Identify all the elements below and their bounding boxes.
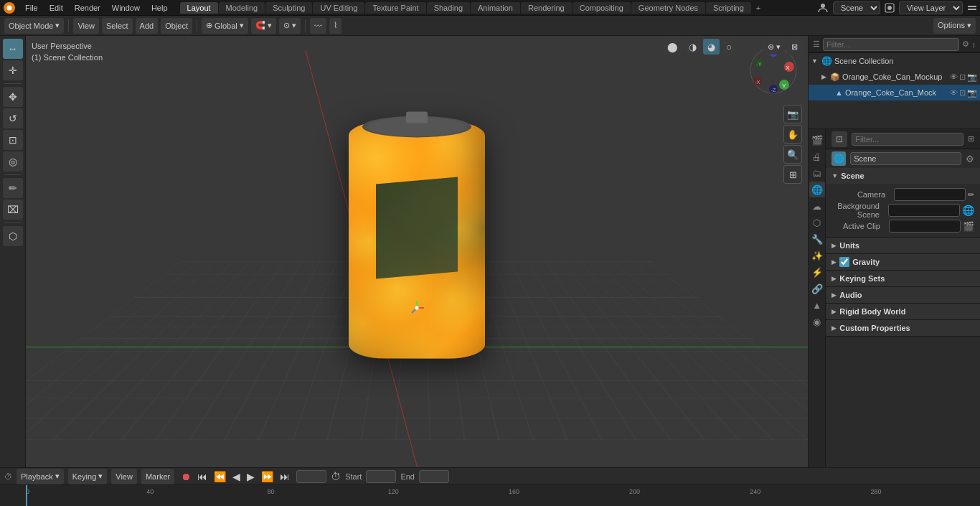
transform-tool[interactable]: ◎: [3, 151, 23, 172]
jump-end-button[interactable]: ⏭: [278, 471, 292, 482]
current-frame-input[interactable]: 1: [296, 470, 326, 483]
select-tool[interactable]: ↔: [3, 39, 23, 59]
outliner-mesh-item[interactable]: ▲ Orange_Coke_Can_Mock 👁 ⊡ 📷: [809, 85, 980, 100]
material-props-button[interactable]: ◉: [809, 314, 825, 329]
options-button[interactable]: Options ▾: [933, 18, 976, 34]
view-menu[interactable]: View: [73, 18, 99, 34]
measure-tool[interactable]: ⌧: [3, 200, 23, 220]
scene-options-button[interactable]: ⚙: [966, 154, 974, 164]
outliner-hide-button[interactable]: 👁: [950, 72, 958, 82]
outliner-select-button[interactable]: ⊡: [959, 72, 966, 82]
props-expand-all[interactable]: ⊞: [968, 134, 974, 144]
custom-properties-section-header[interactable]: ▶ Custom Properties: [826, 320, 980, 336]
menu-render[interactable]: Render: [70, 2, 105, 14]
output-props-button[interactable]: 🖨: [809, 149, 825, 164]
scene-selector[interactable]: Scene: [833, 1, 880, 14]
camera-field[interactable]: [894, 188, 966, 201]
scene-section-header[interactable]: ▼ Scene: [826, 168, 980, 184]
snap-button[interactable]: 🧲 ▾: [251, 18, 276, 34]
timeline-view-menu[interactable]: View: [111, 469, 137, 484]
audio-section-header[interactable]: ▶ Audio: [826, 287, 980, 303]
physics-props-button[interactable]: ⚡: [809, 264, 825, 280]
tab-scripting[interactable]: Scripting: [706, 2, 751, 14]
tab-animation[interactable]: Animation: [471, 2, 520, 14]
mesh-select-button[interactable]: ⊡: [959, 88, 966, 98]
add-cube-tool[interactable]: ⬡: [3, 226, 23, 246]
toggle-quad-view[interactable]: ⊞: [783, 165, 802, 184]
units-section-header[interactable]: ▶ Units: [826, 238, 980, 253]
start-frame-input[interactable]: 1: [366, 470, 396, 483]
tab-compositing[interactable]: Compositing: [573, 2, 631, 14]
outliner-sort-button[interactable]: ↕: [972, 40, 976, 49]
keying-sets-section-header[interactable]: ▶ Keying Sets: [826, 271, 980, 286]
tab-rendering[interactable]: Rendering: [521, 2, 572, 14]
jump-start-button[interactable]: ⏮: [195, 471, 209, 482]
outliner-scene-collection[interactable]: ▼ 🌐 Scene Collection: [809, 53, 980, 69]
menu-file[interactable]: File: [20, 2, 43, 14]
play-button[interactable]: ▶: [245, 471, 257, 482]
props-header-icon[interactable]: ⊡: [831, 131, 847, 147]
modifier-props-button[interactable]: 🔧: [809, 231, 825, 247]
rigid-body-world-section-header[interactable]: ▶ Rigid Body World: [826, 304, 980, 319]
mesh-hide-button[interactable]: 👁: [950, 88, 958, 98]
outliner-filter-button[interactable]: ⚙: [962, 39, 969, 49]
camera-view-button[interactable]: 📷: [783, 105, 802, 123]
falloff-button[interactable]: ⌇: [329, 18, 341, 34]
outliner-search-input[interactable]: [823, 38, 959, 51]
xray-button[interactable]: ⊠: [787, 39, 802, 55]
camera-eyedropper-icon[interactable]: ✏: [968, 190, 974, 200]
properties-search-input[interactable]: [852, 133, 963, 146]
record-button[interactable]: ⏺: [179, 471, 193, 482]
outliner-render-button[interactable]: 📷: [967, 72, 977, 82]
keying-menu[interactable]: Keying ▾: [68, 469, 108, 484]
rotate-tool[interactable]: ↺: [3, 108, 23, 128]
background-scene-field[interactable]: [888, 204, 960, 217]
tab-modeling[interactable]: Modeling: [219, 2, 265, 14]
tab-texture-paint[interactable]: Texture Paint: [365, 2, 425, 14]
step-forward-button[interactable]: ⏩: [259, 471, 275, 482]
playback-menu[interactable]: Playback ▾: [17, 469, 64, 484]
select-menu[interactable]: Select: [102, 18, 133, 34]
proportional-edit-button[interactable]: ⊙ ▾: [279, 18, 301, 34]
timeline-ruler-area[interactable]: 0 40 80 120 160 200 240 280: [0, 485, 980, 506]
add-workspace-button[interactable]: +: [752, 2, 765, 14]
render-props-button[interactable]: 🎬: [809, 132, 825, 148]
solid-shading-button[interactable]: ⬤: [663, 39, 682, 55]
gravity-toggle[interactable]: [839, 257, 849, 267]
zoom-button[interactable]: 🔍: [783, 145, 802, 164]
tab-shading[interactable]: Shading: [427, 2, 470, 14]
object-props-button[interactable]: ⬡: [809, 215, 825, 230]
world-props-button[interactable]: ☁: [809, 198, 825, 214]
menu-window[interactable]: Window: [107, 2, 145, 14]
rendered-shading-button[interactable]: ◕: [703, 39, 720, 55]
move-tool[interactable]: ✥: [3, 87, 23, 107]
tab-geometry-nodes[interactable]: Geometry Nodes: [631, 2, 705, 14]
constraints-props-button[interactable]: 🔗: [809, 281, 825, 296]
viewport[interactable]: User Perspective (1) Scene Collection X …: [26, 36, 808, 467]
view-layer-selector[interactable]: View Layer: [899, 1, 963, 14]
tab-layout[interactable]: Layout: [180, 2, 218, 14]
overlays-button[interactable]: ⊛ ▾: [763, 39, 785, 55]
wireframe-button[interactable]: ○: [722, 39, 736, 55]
object-menu[interactable]: Object: [161, 18, 192, 34]
mode-selector[interactable]: Object Mode ▾: [4, 18, 64, 34]
transform-selector[interactable]: ⊕ Global ▾: [202, 18, 248, 34]
scale-tool[interactable]: ⊡: [3, 130, 23, 150]
mesh-render-button[interactable]: 📷: [967, 88, 977, 98]
material-preview-button[interactable]: ◑: [684, 39, 701, 55]
background-scene-icon[interactable]: 🌐: [962, 205, 974, 216]
particles-props-button[interactable]: ✨: [809, 248, 825, 263]
marker-menu[interactable]: Marker: [141, 469, 174, 484]
view-layer-props-button[interactable]: 🗂: [809, 165, 825, 181]
tab-sculpting[interactable]: Sculpting: [265, 2, 312, 14]
step-back-button[interactable]: ⏪: [212, 471, 228, 482]
end-frame-input[interactable]: 250: [419, 470, 449, 483]
outliner-collection-item[interactable]: ▶ 📦 Orange_Coke_Can_Mockup 👁 ⊡ 📷: [809, 69, 980, 85]
tab-uv-editing[interactable]: UV Editing: [313, 2, 364, 14]
annotate-button[interactable]: 〰: [310, 18, 326, 34]
active-clip-icon[interactable]: 🎬: [963, 221, 974, 232]
scene-name-input[interactable]: [850, 152, 961, 165]
active-clip-field[interactable]: [889, 220, 961, 233]
add-menu[interactable]: Add: [136, 18, 159, 34]
gravity-section-header[interactable]: ▶ Gravity: [826, 254, 980, 270]
